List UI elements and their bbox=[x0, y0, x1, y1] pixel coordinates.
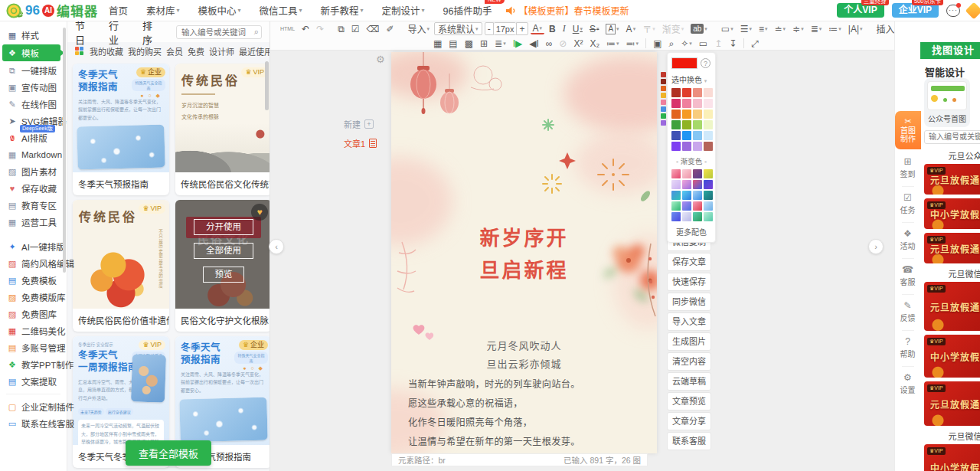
eraser-button[interactable]: ⌫ bbox=[364, 22, 382, 35]
sidebar-item-宣传动图[interactable]: ▣宣传动图 bbox=[0, 79, 67, 96]
filter-会员[interactable]: 会员 bbox=[166, 45, 183, 57]
gradient-swatch[interactable] bbox=[704, 169, 713, 178]
ordered-list-button[interactable]: ≔▾ bbox=[604, 37, 622, 50]
indent-button[interactable]: ≣▾ bbox=[808, 22, 825, 35]
gradient-swatch[interactable] bbox=[693, 201, 702, 211]
gradient-swatch[interactable] bbox=[671, 180, 681, 189]
sidebar-item-一键排版[interactable]: ⧉一键排版 bbox=[0, 62, 67, 79]
font-size-plus-button[interactable]: + bbox=[516, 22, 528, 35]
color-swatch[interactable] bbox=[682, 142, 691, 151]
char-spacing-button[interactable]: 〒▾ bbox=[640, 22, 658, 35]
sidebar-item-企业定制插件[interactable]: ▢企业定制插件 bbox=[0, 398, 67, 415]
bold-button[interactable]: B bbox=[547, 22, 558, 35]
sidebar-item-二维码美化[interactable]: ▦二维码美化 bbox=[0, 322, 67, 339]
清空内容-button[interactable]: 清空内容 bbox=[667, 352, 711, 371]
rail-item-活动[interactable]: ❖活动 bbox=[900, 228, 916, 251]
color-swatch[interactable] bbox=[682, 120, 691, 129]
redo-button[interactable]: ↷ bbox=[314, 22, 326, 35]
template-card-1[interactable]: 冬季天气预报指南特殊天气安全指南● ○ ◆关注雨雪、大风、降温等冬季天气变化，提… bbox=[73, 64, 169, 195]
联系客服-button[interactable]: 联系客服 bbox=[667, 432, 711, 450]
html-button[interactable]: HTML bbox=[278, 22, 297, 35]
list-indent-button[interactable]: ≔▾ bbox=[826, 22, 844, 35]
artistic-text-button[interactable]: A▾ bbox=[624, 22, 639, 35]
comment-button[interactable]: ▭ bbox=[697, 37, 710, 50]
sidebar-item-在线作图[interactable]: ✎在线作图 bbox=[0, 96, 67, 113]
fullscreen-button[interactable]: ⤢ bbox=[749, 37, 761, 50]
text-entry-button[interactable]: I▶ bbox=[511, 37, 525, 50]
color-swatch[interactable] bbox=[682, 131, 691, 140]
sidebar-item-多账号管理[interactable]: ▤多账号管理 bbox=[0, 339, 67, 356]
color-swatch[interactable] bbox=[704, 88, 713, 97]
font-size-value-button[interactable]: 17px bbox=[494, 22, 517, 35]
color-swatch[interactable] bbox=[682, 88, 691, 97]
collapse-left-panel-button[interactable]: ‹ bbox=[269, 239, 284, 254]
color-swatch[interactable] bbox=[704, 110, 713, 119]
recent-color-chip[interactable] bbox=[661, 79, 666, 84]
gallery-button[interactable]: ▤ bbox=[446, 37, 459, 50]
nav-item-微信工具[interactable]: 微信工具▾ bbox=[260, 3, 302, 18]
enterprise-vip-button[interactable]: 企业VIP 500京东卡 bbox=[892, 3, 939, 18]
gradient-swatch[interactable] bbox=[704, 201, 713, 211]
template-panel-scrollbar[interactable] bbox=[265, 61, 269, 110]
filter-我的购买[interactable]: 我的购买 bbox=[128, 45, 162, 57]
tab-行业[interactable]: 行业 bbox=[109, 21, 124, 47]
gradient-swatch[interactable] bbox=[671, 212, 681, 221]
cover-maker-tab[interactable]: ✂ 首图制作 bbox=[895, 111, 921, 149]
recent-color-chip[interactable] bbox=[661, 72, 666, 77]
color-swatch[interactable] bbox=[671, 120, 681, 129]
sidebar-item-保存收藏[interactable]: ♥保存收藏 bbox=[0, 180, 67, 197]
预览-button[interactable]: 预览 bbox=[203, 267, 244, 283]
nav-item-模板中心[interactable]: 模板中心▾ bbox=[198, 3, 240, 18]
gradient-button[interactable]: 渐变▾ bbox=[660, 22, 687, 35]
design-banner-中小学放假通知[interactable]: ♛VIP中小学放假通知 bbox=[924, 444, 980, 471]
design-banner-中小学放假通知[interactable]: ♛VIP中小学放假通知2026 bbox=[924, 198, 980, 229]
快速保存-button[interactable]: 快速保存 bbox=[667, 273, 711, 291]
color-swatch[interactable] bbox=[693, 120, 702, 129]
color-swatch[interactable] bbox=[671, 142, 681, 151]
color-swatch[interactable] bbox=[671, 99, 681, 108]
filter-最近使用[interactable]: 最近使用 bbox=[239, 45, 270, 57]
sidebar-item-联系在线客服[interactable]: ▭联系在线客服 bbox=[0, 415, 67, 432]
gradient-swatch[interactable] bbox=[704, 191, 713, 200]
recent-color-chip[interactable] bbox=[661, 100, 666, 105]
texture-button[interactable]: ▩ bbox=[462, 37, 475, 50]
sidebar-item-免费模版库[interactable]: ▨免费模版库 bbox=[0, 289, 67, 306]
highlight-button[interactable]: ab▾ bbox=[688, 22, 710, 35]
sidebar-item-运营工具[interactable]: ▦运营工具 bbox=[0, 214, 67, 231]
cover-sample-card[interactable]: 公众号首图 bbox=[924, 78, 970, 127]
sidebar-item-模板[interactable]: ❖模板 bbox=[2, 44, 60, 61]
select-recolor-label[interactable]: 选中换色 ▾ bbox=[671, 74, 711, 85]
subscript-button[interactable]: X₂ bbox=[587, 37, 602, 50]
strikethrough-button[interactable]: S▾ bbox=[587, 22, 602, 35]
云端草稿-button[interactable]: 云端草稿 bbox=[667, 372, 711, 391]
new-document-tab[interactable]: 新建 + bbox=[344, 118, 377, 130]
import-button[interactable]: 导入▾ bbox=[406, 22, 433, 35]
color-swatch[interactable] bbox=[704, 99, 713, 108]
current-color-swatch[interactable] bbox=[671, 57, 697, 69]
gradient-swatch[interactable] bbox=[682, 180, 691, 189]
collapse-up-button[interactable]: ↥ bbox=[712, 37, 724, 50]
gradient-swatch[interactable] bbox=[704, 180, 713, 189]
template-card-2[interactable]: 传统民俗岁月沉淀的智慧文化传承的根脉♛VIP传统民俗民俗文化传统节庆 bbox=[175, 64, 270, 195]
nav-item-定制设计[interactable]: 定制设计▾ bbox=[382, 3, 425, 18]
导入文章-button[interactable]: 导入文章 bbox=[667, 312, 711, 331]
gradient-swatch[interactable] bbox=[671, 201, 681, 211]
link-button[interactable]: ∞ bbox=[544, 37, 555, 50]
recent-color-chip[interactable] bbox=[661, 120, 666, 126]
生成图片-button[interactable]: 生成图片 bbox=[667, 332, 711, 351]
word-check-button[interactable]: ☑ bbox=[349, 22, 362, 35]
recent-color-chip[interactable] bbox=[661, 86, 666, 91]
gradient-swatch[interactable] bbox=[693, 191, 702, 200]
rail-item-客服[interactable]: ☎客服 bbox=[900, 264, 916, 287]
align-middle-button[interactable]: ≑▾ bbox=[790, 22, 806, 35]
rail-item-任务[interactable]: ☑任务 bbox=[900, 192, 916, 215]
article-1-tab[interactable]: 文章1 bbox=[344, 137, 377, 149]
sidebar-item-免费模板[interactable]: ▤免费模板 bbox=[0, 272, 67, 289]
design-banner-元旦放假通知[interactable]: ♛VIP元旦放假通知2026 bbox=[924, 381, 980, 426]
ai-polish-button[interactable]: ✧▾ bbox=[678, 37, 694, 50]
color-swatch[interactable] bbox=[704, 131, 713, 140]
分开使用-button[interactable]: 分开使用 bbox=[194, 219, 253, 235]
filter-我的收藏[interactable]: 我的收藏 bbox=[90, 45, 123, 57]
superscript-button[interactable]: X² bbox=[571, 37, 585, 50]
sidebar-item-教育专区[interactable]: ▤教育专区 bbox=[0, 197, 67, 214]
